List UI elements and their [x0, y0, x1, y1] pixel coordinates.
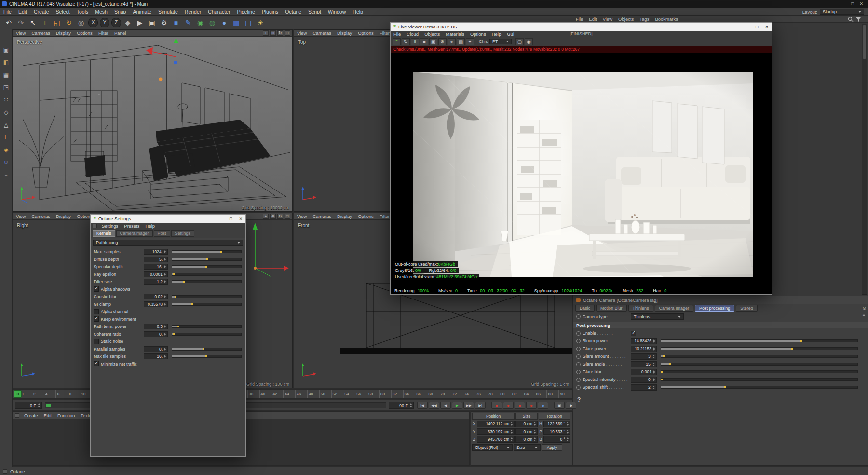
attribute-value-field[interactable]: 0.	[631, 377, 657, 383]
points-mode-icon[interactable]: ∷	[1, 95, 11, 105]
menu-item[interactable]: Window	[325, 8, 349, 16]
stepper-icon[interactable]	[652, 385, 656, 390]
render-region-icon[interactable]: ▢	[515, 38, 524, 45]
stepper-icon[interactable]	[533, 437, 537, 442]
autokey-button[interactable]: ▣	[554, 402, 565, 409]
lock-z-axis-button[interactable]: Z	[111, 18, 121, 27]
stepper-icon[interactable]	[163, 295, 167, 299]
attribute-slider[interactable]	[661, 339, 858, 342]
model-mode-icon[interactable]: ◧	[1, 57, 11, 67]
viewport-menu-item[interactable]: View	[13, 30, 28, 37]
octane-settings-window[interactable]: * Octane Settings – □ ✕ SettingsPresetsH…	[90, 214, 246, 457]
setting-value-field[interactable]: 0.	[144, 331, 168, 337]
setting-value-field[interactable]: 0.02	[144, 294, 168, 299]
undo-icon[interactable]: ↶	[3, 17, 14, 28]
setting-value-field[interactable]: 8.	[144, 346, 168, 352]
viewport-menu-item[interactable]: Cameras	[28, 30, 53, 37]
menu-item[interactable]: Render	[181, 8, 204, 16]
stepper-icon[interactable]	[163, 280, 167, 284]
move-tool-icon[interactable]: +	[39, 17, 51, 28]
stepper-icon[interactable]	[566, 437, 570, 442]
viewport-menu-item[interactable]: Display	[334, 30, 355, 37]
setting-value-field[interactable]: 0.3	[144, 324, 168, 329]
menu-item[interactable]: Octane	[282, 8, 305, 16]
stepper-icon[interactable]	[566, 429, 570, 434]
setting-slider[interactable]	[172, 295, 242, 298]
menu-item[interactable]: Plugins	[258, 8, 282, 16]
setting-value-field[interactable]: 1.2	[144, 279, 168, 285]
lock-y-axis-button[interactable]: Y	[100, 18, 109, 27]
stepper-icon[interactable]	[163, 250, 167, 254]
menu-item[interactable]: File	[0, 8, 15, 16]
timeline-scrubber[interactable]: 0	[14, 390, 22, 398]
octane-settings-tab[interactable]: CameraImager	[116, 230, 153, 237]
texture-axis-icon[interactable]: ◈	[1, 145, 11, 155]
keyframe-dot-icon[interactable]	[576, 378, 581, 382]
keyframe-dot-icon[interactable]	[576, 385, 581, 390]
stepper-icon[interactable]	[652, 347, 656, 351]
attribute-tab[interactable]: Thinlens	[628, 305, 653, 312]
close-button[interactable]: ✕	[239, 217, 243, 221]
stepper-icon[interactable]	[652, 339, 656, 343]
maximize-view-icon[interactable]: □	[285, 214, 290, 219]
material-menu-item[interactable]: Edit	[41, 411, 54, 420]
setting-slider[interactable]	[172, 258, 242, 261]
setting-checkbox[interactable]	[94, 316, 99, 322]
attribute-checkbox[interactable]	[631, 331, 636, 336]
setting-checkbox[interactable]	[94, 309, 99, 314]
snap-icon[interactable]: ∪	[1, 158, 11, 167]
stepper-icon[interactable]	[566, 421, 570, 426]
maximize-view-icon[interactable]: □	[285, 30, 290, 36]
mograph-icon[interactable]: ◉	[194, 17, 206, 28]
position-field[interactable]: 630.197 cm	[477, 428, 515, 435]
render-picture-viewer-icon[interactable]: ▣	[146, 17, 158, 28]
menu-item[interactable]: Select	[53, 8, 73, 16]
live-viewer-menu-item[interactable]: Objects	[421, 30, 443, 38]
polygons-mode-icon[interactable]: △	[1, 120, 11, 130]
object-manager-scrollbar[interactable]	[862, 24, 867, 295]
settings-gear-icon[interactable]: ⚙	[438, 38, 447, 45]
minimize-button[interactable]: –	[220, 217, 223, 221]
material-filter-icon[interactable]	[15, 413, 19, 418]
stepper-icon[interactable]	[652, 362, 656, 366]
menu-item[interactable]: Pipeline	[233, 8, 258, 16]
keyframe-dot-icon[interactable]	[576, 362, 581, 366]
make-editable-icon[interactable]: ▣	[1, 45, 11, 54]
octane-settings-tab[interactable]: Settings	[171, 230, 195, 237]
setting-slider[interactable]	[172, 333, 242, 336]
viewport-menu-item[interactable]: Cameras	[28, 213, 53, 220]
menu-item[interactable]: Create	[30, 8, 53, 16]
position-field[interactable]: 1492.112 cm	[477, 421, 515, 427]
camera-type-select[interactable]: Thinlens	[631, 313, 684, 320]
viewport-menu-item[interactable]: Display	[53, 213, 74, 220]
zoom-view-icon[interactable]: ⊕	[270, 214, 276, 219]
octane-restart-icon[interactable]: *	[393, 38, 401, 45]
history-menu-icon[interactable]: ≡	[862, 312, 866, 317]
viewport-menu-item[interactable]: Cameras	[310, 213, 334, 220]
last-tool-icon[interactable]: ◎	[75, 17, 87, 28]
keyframe-dot-icon[interactable]	[576, 354, 581, 359]
setting-slider[interactable]	[172, 348, 242, 351]
live-viewer-menu-item[interactable]: Cloud	[404, 30, 421, 38]
material-menu-item[interactable]: Create	[21, 411, 41, 420]
viewport-menu-item[interactable]: View	[13, 213, 28, 220]
live-viewer-menu-item[interactable]: Gui	[504, 30, 517, 38]
viewport-menu-item[interactable]: Display	[334, 213, 355, 220]
array-icon[interactable]: ▦	[231, 17, 242, 28]
stepper-icon[interactable]	[652, 370, 656, 374]
window-menu-icon[interactable]	[93, 224, 97, 228]
keyframe-dot-icon[interactable]	[576, 370, 581, 374]
menu-item[interactable]: Simulate	[155, 8, 181, 16]
end-frame-field[interactable]: 90 F	[389, 402, 414, 409]
size-field[interactable]: 0 cm	[515, 436, 538, 443]
setting-slider[interactable]	[172, 355, 242, 358]
viewport-canvas[interactable]: Perspective Grid Spacing : 10000 cm	[13, 37, 292, 211]
attribute-tab[interactable]: Motion Blur	[596, 305, 627, 312]
scale-tool-icon[interactable]: ◱	[51, 17, 63, 28]
keyframe-selection-button[interactable]: ◆	[566, 402, 576, 409]
kernel-type-select[interactable]: Pathtracing	[93, 240, 243, 246]
live-viewer-menu-item[interactable]: Materials	[443, 30, 467, 38]
setting-value-field[interactable]: 0.0001	[144, 271, 168, 277]
apply-button[interactable]: Apply	[542, 444, 562, 451]
current-frame-field[interactable]: 0 F	[15, 402, 42, 409]
